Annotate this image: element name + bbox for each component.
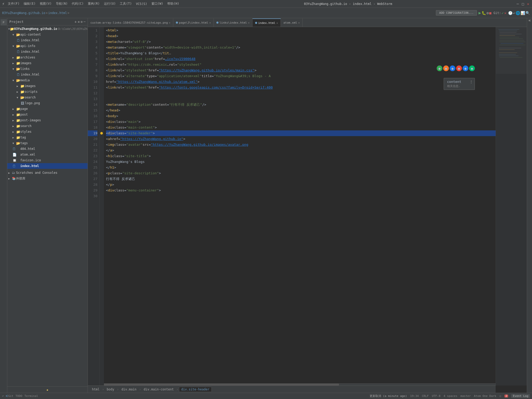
tree-search[interactable]: ▶ 📁 search: [7, 123, 88, 129]
git-cross-button[interactable]: ✕: [504, 11, 506, 15]
menu-help[interactable]: 帮助(H): [166, 2, 180, 6]
tree-media[interactable]: ▼ 📂 media: [7, 77, 88, 83]
status-update[interactable]: ↩: [2, 394, 4, 398]
firefox-icon[interactable]: ●: [443, 65, 449, 71]
btab-divsiteheader[interactable]: div.site-header: [179, 387, 212, 392]
tree-api-content[interactable]: ▼ 📂 api-content: [7, 32, 88, 37]
menu-refactor[interactable]: 重构(R): [87, 2, 101, 6]
toolbar-search[interactable]: 🔍: [526, 11, 530, 15]
opera-icon[interactable]: ●: [463, 65, 468, 71]
btab-body[interactable]: body: [105, 387, 116, 392]
breadcrumb-file[interactable]: index.html: [48, 11, 67, 15]
tooltip-related: 相关信息.: [447, 84, 466, 88]
tree-styles[interactable]: ▶ 📁 styles: [7, 129, 88, 135]
activity-project[interactable]: P: [1, 19, 7, 25]
branch[interactable]: master: [461, 394, 471, 398]
tree-label: post-images: [20, 118, 41, 122]
tab-custom-array[interactable]: custom-array-links-1584376946257-siteLog…: [88, 18, 173, 27]
tree-post[interactable]: ▶ 📁 post: [7, 112, 88, 117]
error-badge[interactable]: 2: [504, 395, 508, 397]
tree-favicon[interactable]: 🔲 favicon.ico: [7, 157, 88, 163]
event-log-btn[interactable]: Event Log: [511, 394, 530, 398]
sidebar-layout-icon[interactable]: ≡: [78, 20, 79, 24]
breadcrumb-tabs: html › body › div.main › div.main-conten…: [88, 385, 496, 393]
tree-atom[interactable]: 📄 atom.xml: [7, 152, 88, 157]
tree-api-content-index[interactable]: 🗒 index.html: [7, 37, 88, 43]
favorites-icon[interactable]: ★: [46, 388, 48, 392]
menu-tools[interactable]: 工具(T): [119, 2, 133, 6]
btab-divmaincontent[interactable]: div.main-content: [142, 387, 176, 392]
line-numbers: 12345 678910 1112131415 1617181920 21222…: [88, 27, 100, 393]
btab-divmain[interactable]: div.main: [119, 387, 138, 392]
sidebar-minimize-icon[interactable]: ─: [84, 20, 85, 24]
indent[interactable]: 4 spaces: [444, 394, 457, 398]
menu-edit[interactable]: 编辑(E): [23, 2, 37, 6]
tree-root[interactable]: ▼ 📁 03YuZhangWang.github.io D:\Code\JS\0…: [7, 26, 88, 32]
add-config-button[interactable]: ADD CONFIGURATION...: [436, 10, 477, 16]
tab-close[interactable]: ✕: [248, 21, 250, 24]
btab-html[interactable]: html: [90, 387, 102, 392]
coverage-button[interactable]: ⚙: [487, 11, 489, 15]
close-button[interactable]: ✕: [526, 2, 530, 6]
status-git-btn[interactable]: ⑆ Git: [6, 394, 14, 398]
tree-404[interactable]: 🗒 404.html: [7, 146, 88, 152]
tree-logo-png[interactable]: 🖼 logo.png: [7, 100, 88, 106]
menu-vcs[interactable]: VCS(S): [135, 2, 148, 6]
tab-close[interactable]: ✕: [298, 21, 300, 24]
tree-media-scripts[interactable]: ▶ 📁 scripts: [7, 89, 88, 95]
git-check-button[interactable]: ✓: [502, 11, 504, 15]
tab-page3[interactable]: page\3\index.html ✕: [173, 18, 214, 27]
menu-nav[interactable]: 导航(N): [55, 2, 69, 6]
tooltip-dots-btn[interactable]: ⋮: [469, 80, 473, 84]
status-terminal-btn[interactable]: Terminal: [24, 394, 38, 398]
breadcrumb-root[interactable]: 03YuZhangWang.github.io: [2, 11, 45, 15]
tree-tags[interactable]: ▼ 📂 tags: [7, 140, 88, 146]
sidebar-gear-icon[interactable]: ⚙: [81, 20, 83, 24]
tab-close[interactable]: ✕: [276, 22, 278, 24]
toolbar-icon1[interactable]: 🕐: [508, 11, 513, 15]
toolbar-icon3[interactable]: 🌐: [516, 11, 520, 15]
run-button[interactable]: ▶: [478, 10, 481, 15]
status-todo-btn[interactable]: TODO: [16, 394, 23, 398]
menu-run[interactable]: 运行(U): [103, 2, 117, 6]
line-ending[interactable]: CRLF: [422, 394, 429, 398]
tree-api-info[interactable]: ▼ 📂 api-info: [7, 43, 88, 49]
tab-close[interactable]: ✕: [169, 21, 170, 24]
tree-external[interactable]: ▶ 📚 外部库: [7, 176, 88, 181]
edge-icon[interactable]: ●: [450, 65, 455, 71]
stop-button[interactable]: ■: [489, 11, 491, 15]
tree-api-info-index[interactable]: 🗒 index.html: [7, 49, 88, 55]
tab-close[interactable]: ✕: [209, 21, 211, 24]
tree-tag[interactable]: ▶ 📁 tag: [7, 135, 88, 140]
encoding[interactable]: UTF-8: [432, 394, 440, 398]
minimize-button[interactable]: ─: [516, 2, 520, 6]
menu-window[interactable]: 窗口(W): [150, 2, 164, 6]
right-panel-icon1[interactable]: W: [528, 19, 531, 22]
menu-view[interactable]: 视图(V): [39, 2, 53, 6]
position-indicator[interactable]: 19:34: [410, 394, 419, 398]
tree-links-index[interactable]: 🗒 index.html: [7, 72, 88, 77]
safari-icon[interactable]: ●: [469, 65, 475, 71]
sidebar-add-icon[interactable]: +: [75, 20, 77, 24]
tree-media-images[interactable]: ▶ 📁 images: [7, 83, 88, 89]
tree-page[interactable]: ▶ 📁 page: [7, 106, 88, 112]
tree-images[interactable]: ▶ 📁 images: [7, 60, 88, 66]
tree-post-images[interactable]: ▶ 📁 post-images: [7, 117, 88, 123]
tab-links[interactable]: links\index.html ✕: [214, 18, 252, 27]
toolbar-icon4[interactable]: 📊: [521, 11, 525, 15]
tab-atom[interactable]: atom.xml ✕: [281, 18, 303, 27]
tree-scratches[interactable]: ▶ 🗂 Scratches and Consoles: [7, 170, 88, 176]
horizontal-scrollbar[interactable]: [104, 383, 496, 385]
debug-button[interactable]: 🐛: [482, 11, 486, 15]
maximize-button[interactable]: □: [521, 2, 525, 6]
menu-file[interactable]: 文件(F): [7, 2, 21, 6]
tree-links[interactable]: ▼ 📂 links: [7, 66, 88, 72]
toolbar-icon2[interactable]: ↩: [513, 11, 515, 15]
tree-archives[interactable]: ▶ 📁 archives: [7, 55, 88, 60]
menu-code[interactable]: 代码(C): [71, 2, 85, 6]
chrome-icon[interactable]: ●: [437, 65, 442, 71]
tree-index-html[interactable]: 🗒 index.html: [7, 163, 88, 169]
tree-search-nested[interactable]: ▼ 📂 search: [7, 95, 88, 100]
tab-index-active[interactable]: index.html ✕: [252, 18, 281, 27]
ie-icon[interactable]: ●: [456, 65, 462, 71]
